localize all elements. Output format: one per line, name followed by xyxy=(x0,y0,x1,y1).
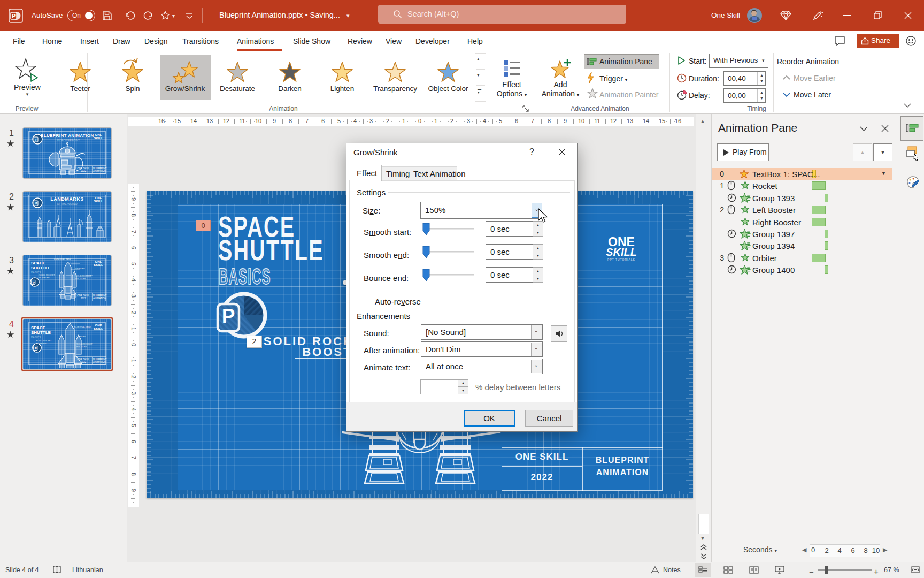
svg-text:P: P xyxy=(12,13,16,19)
svg-text:P: P xyxy=(222,305,235,327)
svg-text:P: P xyxy=(35,202,37,205)
svg-text:P: P xyxy=(33,281,35,284)
svg-text:P: P xyxy=(35,347,37,350)
svg-text:P: P xyxy=(35,138,37,141)
